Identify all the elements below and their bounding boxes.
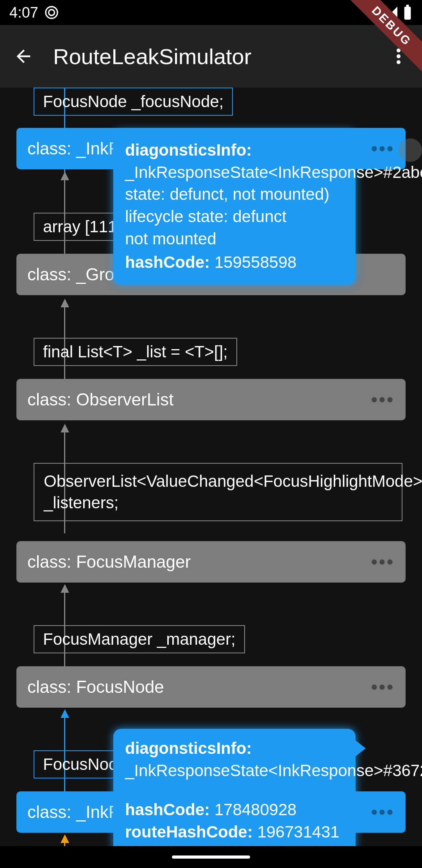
class-label: class: FocusManager xyxy=(27,552,191,572)
svg-point-6 xyxy=(397,60,401,64)
class-label: class: ObserverList xyxy=(27,390,173,409)
more-dots-icon[interactable]: ••• xyxy=(371,802,395,823)
tooltip-route-value: 196731431 xyxy=(257,823,339,841)
field-label: final List<T> _list = <T>[]; xyxy=(43,343,228,361)
field-label: FocusManager _manager; xyxy=(43,630,236,648)
tooltip-diag-value: _InkResponseState<InkResponse>#36720 xyxy=(125,760,344,782)
field-label: FocusNode _focusNode; xyxy=(43,92,224,111)
more-dots-icon[interactable]: ••• xyxy=(371,676,395,698)
svg-rect-3 xyxy=(406,5,409,7)
back-button[interactable] xyxy=(8,41,39,72)
svg-rect-2 xyxy=(404,7,411,20)
more-dots-icon[interactable]: ••• xyxy=(371,138,395,159)
diagram-content[interactable]: FocusNode _focusNode; class: _InkResp ••… xyxy=(0,88,422,868)
tooltip-hash-label: hashCode: xyxy=(125,800,210,819)
tooltip-diag-label: diagonsticsInfo: xyxy=(125,739,252,757)
diagnostics-tooltip: diagonsticsInfo: _InkResponseState<InkRe… xyxy=(113,131,356,285)
nav-bar xyxy=(0,846,422,868)
tooltip-diag-label: diagonsticsInfo: xyxy=(125,141,252,159)
arrow-up-icon xyxy=(61,424,69,432)
field-node[interactable]: ObserverList<ValueChanged<FocusHighlight… xyxy=(34,463,402,521)
svg-point-5 xyxy=(397,54,401,58)
svg-point-1 xyxy=(48,10,54,16)
tooltip-diag-value: _InkResponseState<InkResponse>#2abc6(lif… xyxy=(125,161,344,250)
class-card[interactable]: class: FocusNode ••• xyxy=(16,666,406,708)
page-title: RouteLeakSimulator xyxy=(53,44,383,69)
tooltip-hash-value: 178480928 xyxy=(215,800,297,819)
do-not-disturb-icon xyxy=(44,5,59,20)
class-label: class: FocusNode xyxy=(27,677,164,697)
partial-dot xyxy=(399,138,422,162)
diagnostics-tooltip: diagonsticsInfo: _InkResponseState<InkRe… xyxy=(113,729,356,854)
arrow-up-icon xyxy=(61,299,69,307)
field-node[interactable]: FocusManager _manager; xyxy=(34,625,245,653)
more-dots-icon[interactable]: ••• xyxy=(371,389,395,410)
app-bar: RouteLeakSimulator xyxy=(0,25,422,88)
field-label: ObserverList<ValueChanged<FocusHighlight… xyxy=(44,472,422,512)
field-node[interactable]: final List<T> _list = <T>[]; xyxy=(34,338,237,366)
home-handle[interactable] xyxy=(172,855,250,859)
more-dots-icon[interactable]: ••• xyxy=(371,551,395,572)
arrow-back-icon xyxy=(13,46,34,66)
field-label: array [111] xyxy=(43,217,122,236)
tooltip-hash-label: hashCode: xyxy=(125,253,210,271)
arrow-up-icon xyxy=(61,834,69,843)
field-node[interactable]: FocusNode _focusNode; xyxy=(34,88,233,116)
battery-icon xyxy=(402,5,413,20)
arrow-up-icon xyxy=(61,584,69,593)
status-time: 4:07 xyxy=(9,4,38,21)
class-card[interactable]: class: FocusManager ••• xyxy=(16,541,406,583)
tooltip-route-label: routeHashCode: xyxy=(125,823,253,841)
arrow-up-icon xyxy=(61,172,69,180)
svg-point-0 xyxy=(46,7,57,18)
tooltip-hash-value: 159558598 xyxy=(215,253,297,271)
class-card[interactable]: class: ObserverList ••• xyxy=(16,379,406,420)
arrow-up-icon xyxy=(61,709,69,718)
